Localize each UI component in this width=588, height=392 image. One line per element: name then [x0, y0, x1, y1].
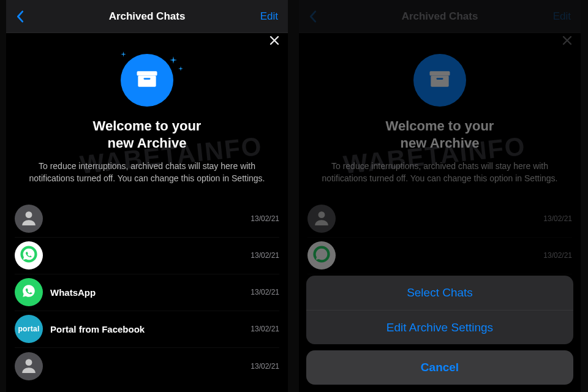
edit-button[interactable]: Edit	[260, 10, 278, 23]
back-button[interactable]	[16, 10, 24, 23]
action-cancel[interactable]: Cancel	[306, 350, 573, 385]
whatsapp-logo-icon	[18, 244, 39, 267]
chat-row[interactable]: WhatsApp 13/02/21	[15, 274, 279, 311]
hero-title-line1: Welcome to your	[93, 118, 202, 134]
chevron-left-icon	[16, 10, 24, 23]
action-sheet-group: Select Chats Edit Archive Settings	[306, 276, 573, 344]
avatar	[15, 352, 43, 380]
action-select-chats[interactable]: Select Chats	[306, 276, 573, 310]
dismiss-row	[6, 33, 288, 51]
action-edit-archive-settings[interactable]: Edit Archive Settings	[306, 310, 573, 344]
avatar	[15, 205, 43, 233]
svg-point-3	[26, 211, 32, 218]
hero-title-line2: new Archive	[108, 135, 187, 151]
chat-row[interactable]: 13/02/21	[15, 201, 279, 238]
avatar	[15, 278, 43, 306]
portal-logo-icon: portal	[18, 325, 39, 333]
hero-description: To reduce interruptions, archived chats …	[18, 160, 276, 185]
svg-rect-2	[144, 78, 151, 80]
hero: Welcome to your new Archive To reduce in…	[6, 51, 288, 201]
sparkle-icon	[178, 66, 183, 71]
avatar	[15, 241, 43, 270]
chat-date: 13/02/21	[251, 362, 279, 371]
archive-box-icon	[134, 66, 160, 95]
chat-row[interactable]: 13/02/21	[15, 348, 279, 385]
person-silhouette-icon	[21, 357, 37, 375]
close-button[interactable]	[270, 36, 279, 45]
archived-chat-list: 13/02/21 13/02/21 WhatsApp 13/02/21 port…	[6, 201, 288, 385]
action-sheet: Select Chats Edit Archive Settings Cance…	[306, 276, 573, 385]
svg-rect-1	[138, 76, 156, 87]
svg-rect-0	[137, 71, 157, 75]
avatar: portal	[15, 315, 43, 343]
person-silhouette-icon	[21, 209, 37, 228]
screen-archived-chats: Archived Chats Edit	[6, 0, 288, 392]
topbar: Archived Chats Edit	[6, 0, 288, 33]
chat-date: 13/02/21	[251, 288, 279, 296]
svg-point-5	[26, 359, 32, 366]
chat-row[interactable]: portal Portal from Facebook 13/02/21	[15, 311, 279, 348]
close-icon	[270, 36, 279, 45]
screen-archived-chats-action-sheet: Archived Chats Edit Welcome to your new …	[299, 0, 581, 392]
archive-circle	[121, 54, 173, 107]
chat-name: Portal from Facebook	[50, 324, 251, 334]
chat-date: 13/02/21	[251, 251, 279, 260]
chat-date: 13/02/21	[251, 325, 279, 333]
page-title: Archived Chats	[109, 10, 186, 23]
sparkle-icon	[170, 56, 177, 64]
hero-title: Welcome to your new Archive	[18, 118, 276, 151]
sparkle-icon	[121, 51, 126, 57]
chat-date: 13/02/21	[251, 214, 279, 223]
chat-name: WhatsApp	[50, 287, 251, 298]
archive-badge	[121, 54, 173, 107]
whatsapp-logo-icon	[21, 283, 37, 301]
chat-row[interactable]: 13/02/21	[15, 238, 279, 274]
